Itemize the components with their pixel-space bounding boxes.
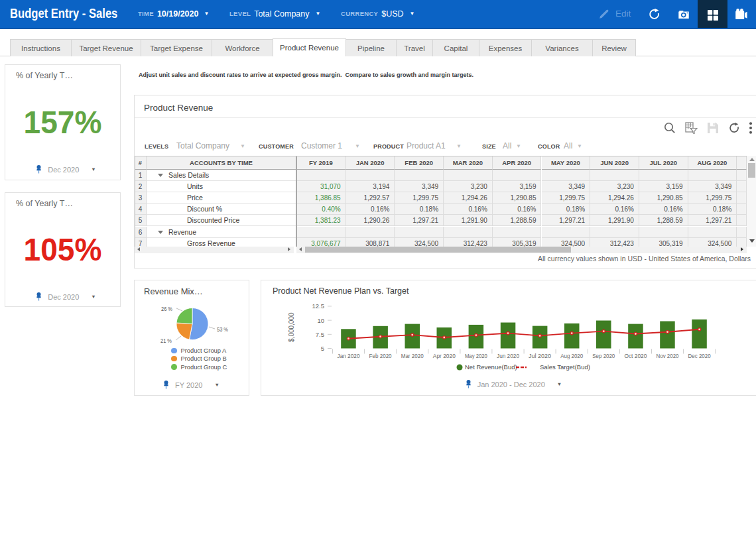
svg-text:Aug 2020: Aug 2020 [560,353,583,359]
svg-text:21 %: 21 % [160,337,172,344]
svg-text:Jan 2020: Jan 2020 [338,353,360,359]
svg-text:Feb 2020: Feb 2020 [369,353,392,359]
svg-text:Sep 2020: Sep 2020 [592,353,615,359]
svg-text:May 2020: May 2020 [465,353,487,359]
svg-text:5: 5 [321,345,324,352]
svg-text:26 %: 26 % [161,305,172,312]
svg-text:Apr 2020: Apr 2020 [433,353,456,359]
svg-text:Dec 2020: Dec 2020 [688,353,711,359]
svg-text:Mar 2020: Mar 2020 [401,353,424,359]
svg-text:53 %: 53 % [217,326,228,333]
svg-text:12.5: 12.5 [312,302,325,310]
svg-text:Net Revenue(Bud): Net Revenue(Bud) [465,363,517,371]
svg-text:Jun 2020: Jun 2020 [497,353,519,359]
svg-text:Nov 2020: Nov 2020 [657,353,679,359]
svg-text:10: 10 [317,317,324,324]
svg-text:$,000,000: $,000,000 [288,312,295,342]
svg-text:Oct 2020: Oct 2020 [624,353,647,359]
svg-text:Jul 2020: Jul 2020 [529,353,551,359]
svg-text:Sales Target(Bud): Sales Target(Bud) [540,363,590,371]
svg-text:7.5: 7.5 [316,331,324,338]
